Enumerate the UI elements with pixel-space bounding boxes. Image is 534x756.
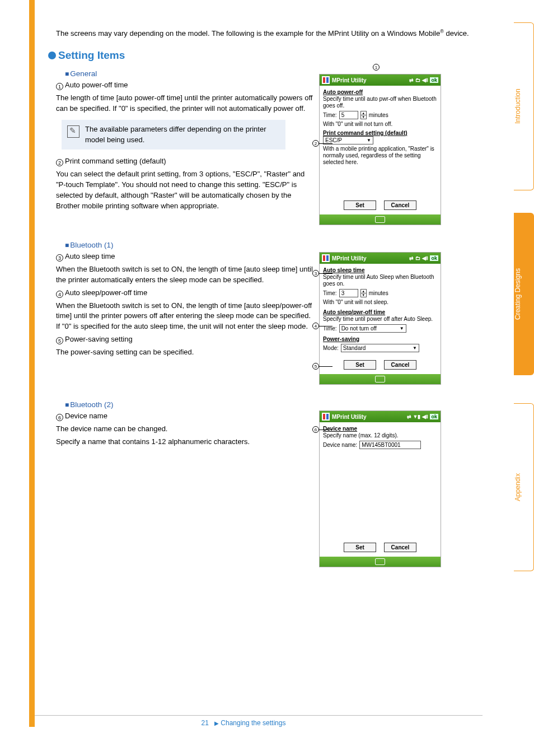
item-1-heading: 1Auto power-off time (56, 80, 313, 91)
circled-number-5: 5 (56, 337, 63, 344)
phone-c-title: MPrint Utility (332, 414, 367, 420)
reg-mark: ® (440, 29, 444, 34)
connectivity-icon: ⇄ (407, 414, 411, 419)
phone-a-titlebar: MPrint Utility ⇄ 🗀 ◀⦀ ok (320, 74, 441, 86)
item-2-heading: 2Print command setting (default) (56, 156, 313, 167)
app-logo-icon (322, 413, 330, 421)
g3-note: With "0" unit will not sleep. (323, 299, 437, 306)
callout-3: 3 (312, 270, 319, 277)
subsection-bluetooth-2: ■Bluetooth (2) (65, 400, 313, 409)
callout-5: 5 (312, 363, 319, 370)
callout-line (319, 430, 332, 430)
group-print-command: Print command setting (default) (323, 130, 437, 136)
circled-number-3: 3 (56, 254, 63, 262)
g4-desc: Specify time until power off after Auto … (323, 316, 437, 323)
time-unit: minutes (369, 290, 388, 296)
item-2-body: You can select the default print setting… (56, 169, 313, 211)
page-footer: 21 ▶ Changing the settings (0, 719, 487, 727)
callout-line (319, 326, 332, 326)
g1-note: With "0" unit will not turn off. (323, 121, 437, 128)
callout-line (319, 143, 332, 144)
callout-line (319, 366, 332, 367)
item-3-body: When the Bluetooth switch is set to ON, … (56, 264, 313, 286)
intro-text: The screens may vary depending on the mo… (56, 29, 440, 38)
phone-b-titlebar: MPrint Utility ⇄ 🗀 ◀⦀ ok (320, 253, 441, 264)
cancel-button[interactable]: Cancel (384, 200, 416, 210)
spinner[interactable]: ▲▼ (360, 289, 367, 297)
tab-introduction[interactable]: Introduction (514, 22, 534, 190)
item-6-heading: 6Device name (56, 411, 313, 422)
phone-mock-b: MPrint Utility ⇄ 🗀 ◀⦀ ok Auto sleep time… (319, 252, 441, 385)
device-name-input[interactable] (359, 441, 421, 449)
side-tabs: Introduction Creating Designs Appendix (503, 11, 534, 739)
ok-button[interactable]: ok (430, 77, 438, 83)
square-bullet-icon: ■ (65, 70, 69, 78)
phone-c-titlebar: MPrint Utility ⇄ ▼▮ ◀⦀ ok (320, 411, 441, 422)
item-4-body: When the Bluetooth switch is set to ON, … (56, 301, 313, 333)
power-saving-mode-dropdown[interactable]: Standard▼ (341, 344, 419, 352)
item-5-body: The power-saving setting can be specifie… (56, 347, 313, 358)
device-name-label: Device name: (323, 442, 357, 448)
phone-bottom-bar (320, 557, 441, 567)
note-icon (67, 125, 79, 138)
section-heading: Setting Items (58, 49, 125, 62)
set-button[interactable]: Set (344, 543, 376, 552)
keyboard-icon[interactable] (375, 376, 385, 382)
app-logo-icon (322, 76, 330, 84)
phone-bottom-bar (320, 374, 441, 384)
folder-icon: 🗀 (415, 77, 420, 83)
keyboard-icon[interactable] (375, 558, 385, 565)
connectivity-icon: ⇄ (409, 255, 414, 261)
set-button[interactable]: Set (344, 360, 376, 370)
circled-number-4: 4 (56, 291, 63, 298)
footer-text: Changing the settings (221, 719, 285, 727)
square-bullet-icon: ■ (65, 241, 69, 249)
item-1-body: The length of time [auto power-off time]… (56, 93, 313, 114)
page-number: 21 (202, 719, 209, 727)
connectivity-icon: ⇄ (409, 77, 414, 83)
item-3-heading: 3Auto sleep time (56, 251, 313, 262)
phone-bottom-bar (320, 214, 441, 225)
cancel-button[interactable]: Cancel (384, 543, 416, 552)
item-4-heading: 4Auto sleep/power-off time (56, 288, 313, 298)
callout-line (319, 273, 332, 274)
auto-sleep-time-input[interactable] (339, 289, 358, 297)
speaker-icon: ◀⦀ (422, 414, 428, 420)
triangle-icon: ▶ (214, 720, 219, 726)
footer-rule (35, 715, 483, 716)
signal-icon: ▼▮ (413, 414, 421, 419)
phone-a-title: MPrint Utility (332, 77, 367, 83)
subsection-general: ■General (65, 69, 313, 78)
circled-number-2: 2 (56, 159, 63, 166)
item-5-heading: 5Power-saving setting (56, 334, 313, 345)
time-unit: minutes (369, 112, 388, 118)
callout-1: 1 (373, 64, 380, 71)
keyboard-icon[interactable] (375, 216, 385, 223)
circled-number-1: 1 (56, 83, 63, 90)
time-label: Time: (323, 290, 337, 296)
g3-desc: Specify time until Auto Sleep when Bluet… (323, 274, 437, 287)
ok-button[interactable]: ok (430, 255, 438, 261)
g6-desc: Specify name (max. 12 digits). (323, 432, 437, 439)
phone-mock-a: MPrint Utility ⇄ 🗀 ◀⦀ ok Auto power-off … (319, 74, 441, 225)
cancel-button[interactable]: Cancel (384, 360, 416, 370)
spinner[interactable]: ▲▼ (360, 111, 367, 119)
set-button[interactable]: Set (344, 200, 376, 210)
group-auto-power-off: Auto power-off (323, 89, 437, 95)
tab-creating-designs[interactable]: Creating Designs (514, 213, 534, 375)
note-box: The available parameters differ dependin… (62, 120, 285, 150)
tab-appendix[interactable]: Appendix (514, 403, 534, 571)
item-6-body-2: Specify a name that contains 1-12 alphan… (56, 437, 313, 447)
intro-text2: device. (444, 29, 469, 38)
ok-button[interactable]: ok (430, 414, 438, 419)
phone-b-title: MPrint Utility (332, 255, 367, 262)
phone-mock-c: MPrint Utility ⇄ ▼▮ ◀⦀ ok Device name Sp… (319, 410, 441, 567)
auto-power-off-time-input[interactable] (339, 111, 358, 119)
pwr-off-time-dropdown[interactable]: Do not turn off▼ (339, 324, 406, 333)
callout-4: 4 (312, 323, 319, 329)
time-label: Time: (323, 112, 337, 118)
bullet-dot-icon (48, 52, 56, 59)
callout-6: 6 (312, 426, 319, 433)
group-auto-sleep-pwr-off: Auto sleep/pwr-off time (323, 309, 437, 315)
item-6-body-1: The device name can be changed. (56, 424, 313, 435)
